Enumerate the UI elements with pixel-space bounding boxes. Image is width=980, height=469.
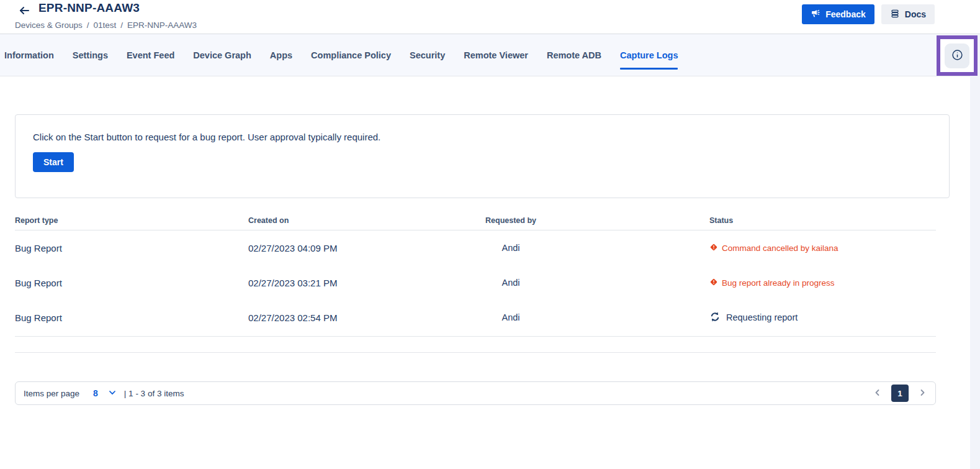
- status-text: Bug report already in progress: [722, 278, 835, 288]
- device-detail-page: EPR-NNP-AAAW3 Devices & Groups / 01test …: [0, 0, 980, 469]
- spinner-icon: [709, 311, 721, 324]
- page-title: EPR-NNP-AAAW3: [38, 1, 140, 15]
- next-page-button[interactable]: [914, 385, 930, 401]
- status-cell: Command cancelled by kailana: [585, 243, 936, 253]
- status-cell: Requesting report: [585, 311, 936, 324]
- tab-settings[interactable]: Settings: [63, 34, 117, 76]
- bug-report-start-card: Click on the Start button to request for…: [15, 114, 950, 198]
- annotation-highlight-box: [937, 35, 978, 76]
- docs-button[interactable]: Docs: [881, 4, 935, 24]
- requested-by-cell: Andi: [436, 243, 585, 253]
- tab-apps[interactable]: Apps: [261, 34, 302, 76]
- pagination-bar: Items per page 8 | 1 - 3 of 3 items 1: [15, 381, 936, 405]
- column-created-on: Created on: [248, 216, 436, 225]
- breadcrumb-group[interactable]: 01test: [94, 20, 117, 30]
- tab-remote-adb[interactable]: Remote ADB: [537, 34, 611, 76]
- items-per-page-select[interactable]: 8: [93, 388, 116, 398]
- table-header-row: Report type Created on Requested by Stat…: [15, 216, 936, 230]
- breadcrumb-current: EPR-NNP-AAAW3: [127, 20, 197, 30]
- chevron-down-icon: [109, 389, 116, 398]
- error-diamond-icon: [709, 243, 718, 253]
- device-tab-bar: Information Settings Event Feed Device G…: [0, 34, 980, 76]
- previous-page-button[interactable]: [870, 385, 886, 401]
- capture-logs-panel: Click on the Start button to request for…: [0, 114, 980, 405]
- device-info-panel-button[interactable]: [945, 43, 969, 68]
- breadcrumb-devices-groups[interactable]: Devices & Groups: [15, 20, 83, 30]
- docs-stack-icon: [890, 9, 900, 20]
- feedback-button-label: Feedback: [825, 9, 866, 19]
- chevron-left-icon: [874, 389, 881, 398]
- created-on-cell: 02/27/2023 02:54 PM: [248, 312, 436, 323]
- status-cell: Bug report already in progress: [585, 278, 936, 288]
- back-button[interactable]: [16, 3, 32, 19]
- arrow-left-icon: [19, 5, 30, 18]
- tab-remote-viewer[interactable]: Remote Viewer: [454, 34, 537, 76]
- tab-information[interactable]: Information: [0, 34, 63, 76]
- header-actions: Feedback Docs: [802, 4, 935, 24]
- info-circle-icon: [951, 49, 963, 63]
- reports-table: Report type Created on Requested by Stat…: [15, 216, 936, 353]
- chevron-right-icon: [919, 389, 926, 398]
- pagination-range-text: | 1 - 3 of 3 items: [124, 389, 184, 398]
- megaphone-icon: [811, 9, 820, 20]
- status-text: Requesting report: [726, 312, 798, 322]
- breadcrumb: Devices & Groups / 01test / EPR-NNP-AAAW…: [15, 20, 197, 30]
- report-type-cell: Bug Report: [15, 312, 248, 323]
- column-requested-by: Requested by: [436, 216, 585, 225]
- feedback-button[interactable]: Feedback: [802, 4, 874, 24]
- table-row: Bug Report 02/27/2023 04:09 PM Andi Comm…: [15, 230, 936, 265]
- report-type-cell: Bug Report: [15, 278, 248, 288]
- start-button[interactable]: Start: [33, 152, 74, 172]
- requested-by-cell: Andi: [436, 312, 585, 322]
- docs-button-label: Docs: [905, 9, 926, 19]
- report-type-cell: Bug Report: [15, 243, 248, 253]
- page-number-button[interactable]: 1: [891, 385, 909, 402]
- column-status: Status: [585, 216, 936, 225]
- status-text: Command cancelled by kailana: [722, 244, 838, 253]
- table-empty-row: [15, 336, 936, 353]
- start-card-instruction: Click on the Start button to request for…: [33, 132, 932, 142]
- pagination-right: 1: [870, 385, 930, 402]
- tab-event-feed[interactable]: Event Feed: [117, 34, 184, 76]
- column-report-type: Report type: [15, 216, 248, 225]
- table-row: Bug Report 02/27/2023 02:54 PM Andi Requ…: [15, 300, 936, 335]
- created-on-cell: 02/27/2023 03:21 PM: [248, 278, 436, 288]
- tab-device-graph[interactable]: Device Graph: [184, 34, 261, 76]
- created-on-cell: 02/27/2023 04:09 PM: [248, 243, 436, 253]
- page-header: EPR-NNP-AAAW3 Devices & Groups / 01test …: [0, 0, 980, 34]
- table-row: Bug Report 02/27/2023 03:21 PM Andi Bug …: [15, 265, 936, 300]
- pagination-left: Items per page 8 | 1 - 3 of 3 items: [24, 388, 184, 398]
- items-per-page-label: Items per page: [24, 389, 79, 398]
- requested-by-cell: Andi: [436, 278, 585, 288]
- breadcrumb-separator: /: [120, 20, 123, 30]
- tab-capture-logs[interactable]: Capture Logs: [611, 34, 687, 76]
- error-diamond-icon: [709, 278, 718, 288]
- right-gutter: [970, 35, 980, 469]
- tab-security[interactable]: Security: [400, 34, 454, 76]
- breadcrumb-separator: /: [87, 20, 89, 30]
- items-per-page-value: 8: [93, 388, 98, 398]
- tab-compliance-policy[interactable]: Compliance Policy: [302, 34, 400, 76]
